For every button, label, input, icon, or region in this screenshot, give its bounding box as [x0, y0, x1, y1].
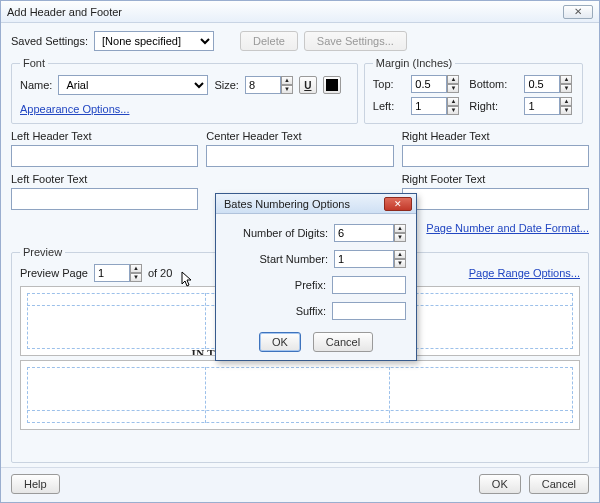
bottom-bar: Help OK Cancel — [1, 467, 599, 502]
right-footer-input[interactable] — [402, 188, 589, 210]
page-number-date-link[interactable]: Page Number and Date Format... — [426, 222, 589, 234]
font-legend: Font — [20, 57, 48, 69]
font-color-button[interactable] — [323, 76, 341, 94]
preview-footer-box — [20, 360, 580, 430]
font-size-input[interactable] — [245, 76, 281, 94]
left-footer-label: Left Footer Text — [11, 173, 198, 185]
font-size-label: Size: — [214, 79, 238, 91]
font-group: Font Name: Arial Size: ▲▼ U Appearance O… — [11, 57, 358, 124]
underline-button[interactable]: U — [299, 76, 317, 94]
left-header-input[interactable] — [11, 145, 198, 167]
start-label: Start Number: — [226, 253, 328, 265]
dialog-title: Bates Numbering Options — [224, 198, 350, 210]
left-footer-input[interactable] — [11, 188, 198, 210]
preview-of-label: of 20 — [148, 267, 172, 279]
start-input[interactable] — [334, 250, 394, 268]
appearance-options-link[interactable]: Appearance Options... — [20, 103, 129, 115]
margin-top-spinner[interactable]: ▲▼ — [411, 75, 461, 93]
center-header-input[interactable] — [206, 145, 393, 167]
saved-settings-select[interactable]: [None specified] — [94, 31, 214, 51]
preview-legend: Preview — [20, 246, 65, 258]
saved-settings-row: Saved Settings: [None specified] Delete … — [11, 31, 589, 51]
preview-page-label: Preview Page — [20, 267, 88, 279]
dialog-ok-button[interactable]: OK — [259, 332, 301, 352]
cancel-button[interactable]: Cancel — [529, 474, 589, 494]
start-spinner[interactable]: ▲▼ — [334, 250, 406, 268]
suffix-input[interactable] — [332, 302, 406, 320]
preview-page-spinner[interactable]: ▲▼ — [94, 264, 142, 282]
suffix-label: Suffix: — [226, 305, 326, 317]
window-title: Add Header and Footer — [7, 6, 122, 18]
delete-button[interactable]: Delete — [240, 31, 298, 51]
margin-legend: Margin (Inches) — [373, 57, 455, 69]
dialog-close-icon[interactable]: ✕ — [384, 197, 412, 211]
left-header-label: Left Header Text — [11, 130, 198, 142]
margin-bottom-label: Bottom: — [469, 78, 516, 90]
center-header-label: Center Header Text — [206, 130, 393, 142]
margin-right-label: Right: — [469, 100, 516, 112]
right-header-label: Right Header Text — [402, 130, 589, 142]
font-size-spinner[interactable]: ▲▼ — [245, 76, 293, 94]
close-icon[interactable]: ✕ — [563, 5, 593, 19]
page-range-link[interactable]: Page Range Options... — [469, 267, 580, 279]
chevron-down-icon[interactable]: ▼ — [281, 85, 293, 94]
save-settings-button[interactable]: Save Settings... — [304, 31, 407, 51]
prefix-label: Prefix: — [226, 279, 326, 291]
margin-top-label: Top: — [373, 78, 404, 90]
color-swatch-icon — [326, 79, 338, 91]
right-footer-label: Right Footer Text — [402, 173, 589, 185]
help-button[interactable]: Help — [11, 474, 60, 494]
margin-bottom-spinner[interactable]: ▲▼ — [524, 75, 574, 93]
font-name-select[interactable]: Arial — [58, 75, 208, 95]
margin-right-spinner[interactable]: ▲▼ — [524, 97, 574, 115]
ok-button[interactable]: OK — [479, 474, 521, 494]
margin-left-spinner[interactable]: ▲▼ — [411, 97, 461, 115]
font-name-label: Name: — [20, 79, 52, 91]
prefix-input[interactable] — [332, 276, 406, 294]
saved-settings-label: Saved Settings: — [11, 35, 88, 47]
digits-spinner[interactable]: ▲▼ — [334, 224, 406, 242]
title-bar: Add Header and Footer ✕ — [1, 1, 599, 23]
margin-group: Margin (Inches) Top: ▲▼ Bottom: ▲▼ Left:… — [364, 57, 584, 124]
dialog-cancel-button[interactable]: Cancel — [313, 332, 373, 352]
main-window: Add Header and Footer ✕ Saved Settings: … — [0, 0, 600, 503]
digits-label: Number of Digits: — [226, 227, 328, 239]
digits-input[interactable] — [334, 224, 394, 242]
right-header-input[interactable] — [402, 145, 589, 167]
margin-left-label: Left: — [373, 100, 404, 112]
header-text-grid: Left Header Text Center Header Text Righ… — [11, 130, 589, 167]
chevron-up-icon[interactable]: ▲ — [281, 76, 293, 85]
bates-options-dialog: Bates Numbering Options ✕ Number of Digi… — [215, 193, 417, 361]
